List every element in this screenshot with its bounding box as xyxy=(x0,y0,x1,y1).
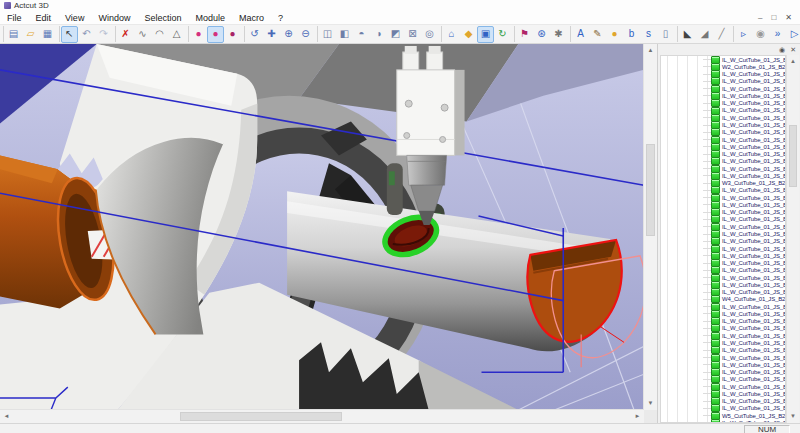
menu-module[interactable]: Module xyxy=(188,13,232,23)
pin-icon[interactable]: ◉ xyxy=(779,46,785,54)
tree-item[interactable]: IL_W_CutTube_01_JS_B27 xyxy=(661,376,785,383)
close-icon[interactable]: ✕ xyxy=(785,14,792,22)
note-b-icon[interactable]: b xyxy=(623,26,640,43)
tree-item[interactable]: IL_W_CutTube_01_JS_B55 xyxy=(661,129,785,136)
render-shaded-edges-icon[interactable]: ● xyxy=(207,26,224,43)
annotate-pencil-icon[interactable]: ✎ xyxy=(589,26,606,43)
tree-item[interactable]: IL_W_CutTube_01_JS_B31 xyxy=(661,405,785,412)
panel-close-icon[interactable]: ✕ xyxy=(790,46,796,54)
trim-curve-icon[interactable]: ∿ xyxy=(134,26,151,43)
tree-item[interactable]: IL_W_CutTube_01_JS_B13 xyxy=(661,267,785,274)
tree-item[interactable]: IL_W_CutTube_01_JS_B59 xyxy=(661,158,785,165)
tree-item[interactable]: W5_CutTube_01_JS_B2 xyxy=(661,412,785,419)
menu-macro[interactable]: Macro xyxy=(232,13,271,23)
tree-item[interactable]: IL_W_CutTube_01_JS_B4 xyxy=(661,201,785,208)
undo-icon[interactable]: ↶ xyxy=(78,26,95,43)
flag-icon[interactable]: ⚑ xyxy=(516,26,533,43)
3d-viewport[interactable]: ▲ ▼ ◄ ► xyxy=(0,44,657,423)
rotate-view-icon[interactable]: ↺ xyxy=(246,26,263,43)
tree-item[interactable]: IL_W_CutTube_01_JS_B47 xyxy=(661,71,785,78)
iso-view-icon[interactable]: ◩ xyxy=(387,26,404,43)
tree-item[interactable]: IL_W_CutTube_01_JS_B61 xyxy=(661,172,785,179)
tree-item[interactable]: IL_W_CutTube_01_JS_B21 xyxy=(661,332,785,339)
maximize-icon[interactable]: □ xyxy=(771,14,776,22)
tree-item[interactable]: IL_W_CutTube_01_JS_B46 xyxy=(661,56,785,63)
scroll-thumb[interactable] xyxy=(646,144,655,236)
globe-icon[interactable]: ⊛ xyxy=(533,26,550,43)
fit-view-icon[interactable]: ⊠ xyxy=(404,26,421,43)
angle-tool-icon[interactable]: △ xyxy=(168,26,185,43)
tree-item[interactable]: IL_W_CutTube_01_JS_B18 xyxy=(661,310,785,317)
cut-operations-tree[interactable]: IL_W_CutTube_01_JS_B46W2_CutTube_01_JS_B… xyxy=(660,55,786,423)
gold-dot-icon[interactable]: ● xyxy=(606,26,623,43)
tree-item[interactable]: IL_W_CutTube_01_JS_B29 xyxy=(661,390,785,397)
select-arrow-icon[interactable]: ↖ xyxy=(61,26,78,43)
tree-item[interactable]: IL_W_CutTube_01_JS_B56 xyxy=(661,136,785,143)
tree-item[interactable]: W3_CutTube_01_JS_B2 xyxy=(661,180,785,187)
tree-item[interactable]: IL_W_CutTube_01_JS_B24 xyxy=(661,354,785,361)
tree-item[interactable]: IL_W_CutTube_01_JS_B49 xyxy=(661,85,785,92)
tree-item[interactable]: IL_W_CutTube_01_JS_B14 xyxy=(661,274,785,281)
tree-item[interactable]: IL_W_CutTube_01_JS_B15 xyxy=(661,281,785,288)
tree-item[interactable]: IL_W_CutTube_01_JS_B53 xyxy=(661,114,785,121)
cut-wedge-dark-icon[interactable]: ◣ xyxy=(679,26,696,43)
camera-view-icon[interactable]: ◫ xyxy=(319,26,336,43)
tree-item[interactable]: IL_W_CutTube_01_JS_B26 xyxy=(661,368,785,375)
note-s-icon[interactable]: s xyxy=(640,26,657,43)
tree-item[interactable]: W4_CutTube_01_JS_B2 xyxy=(661,296,785,303)
sim-fast-forward-icon[interactable]: » xyxy=(769,26,786,43)
menu-window[interactable]: Window xyxy=(91,13,137,23)
front-view-icon[interactable]: ◧ xyxy=(336,26,353,43)
viewport-horizontal-scrollbar[interactable]: ◄ ► xyxy=(0,409,644,423)
tree-item[interactable]: IL_W_CutTube_01_JS_B12 xyxy=(661,259,785,266)
workpiece-frame-icon[interactable]: ▣ xyxy=(477,26,494,43)
menu-selection[interactable]: Selection xyxy=(137,13,188,23)
menu-view[interactable]: View xyxy=(58,13,91,23)
tree-item[interactable]: IL_W_CutTube_01_JS_B20 xyxy=(661,325,785,332)
redo-icon[interactable]: ↷ xyxy=(95,26,112,43)
tree-item[interactable]: IL_W_CutTube_01_JS_B11 xyxy=(661,252,785,259)
tree-item[interactable]: IL_W_CutTube_01_JS_B23 xyxy=(661,347,785,354)
tree-item[interactable]: IL_W_CutTube_01_JS_B28 xyxy=(661,383,785,390)
menu-file[interactable]: File xyxy=(0,13,29,23)
previous-view-icon[interactable]: ◎ xyxy=(421,26,438,43)
tree-item[interactable]: W2_CutTube_01_JS_B2 xyxy=(661,63,785,70)
tree-item[interactable]: IL_W_CutTube_01_JS_B25 xyxy=(661,361,785,368)
cut-wedge-light-icon[interactable]: ◢ xyxy=(696,26,713,43)
scroll-right-icon[interactable]: ► xyxy=(631,410,644,423)
sim-play-icon[interactable]: ▷ xyxy=(786,26,800,43)
tree-item[interactable]: IL_W_CutTube_01_JS_B3 xyxy=(661,194,785,201)
sim-step-icon[interactable]: ▹ xyxy=(735,26,752,43)
minimize-icon[interactable]: – xyxy=(758,14,762,22)
top-view-icon[interactable]: ◓ xyxy=(353,26,370,43)
open-folder-icon[interactable]: ▱ xyxy=(22,26,39,43)
tree-item[interactable]: IL_W_CutTube_01_JS_B57 xyxy=(661,143,785,150)
label-a-icon[interactable]: A xyxy=(572,26,589,43)
tree-item[interactable]: IL_W_CutTube_01_JS_B51 xyxy=(661,100,785,107)
tree-item[interactable]: IL_W_CutTube_01_JS_B6 xyxy=(661,216,785,223)
refresh-green-icon[interactable]: ↻ xyxy=(494,26,511,43)
machine-scene[interactable] xyxy=(0,44,644,410)
new-file-icon[interactable]: ▤ xyxy=(5,26,22,43)
zoom-out-icon[interactable]: ⊖ xyxy=(297,26,314,43)
tree-item[interactable]: IL_W_CutTube_01_JS_B48 xyxy=(661,78,785,85)
scroll-up-icon[interactable]: ▲ xyxy=(644,44,657,57)
save-icon[interactable]: ▦ xyxy=(39,26,56,43)
render-wireframe-icon[interactable]: ● xyxy=(224,26,241,43)
tree-item[interactable]: IL_W_CutTube_01_JS_B9 xyxy=(661,238,785,245)
scroll-down-icon[interactable]: ▼ xyxy=(644,397,657,410)
home-view-icon[interactable]: ⌂ xyxy=(443,26,460,43)
scroll-left-icon[interactable]: ◄ xyxy=(0,410,13,423)
tree-item[interactable]: IL_W_CutTube_01_JS_B10 xyxy=(661,245,785,252)
tree-item[interactable]: IL_W_CutTube_01_JS_B50 xyxy=(661,92,785,99)
tree-item[interactable]: IL_W_CutTube_01_JS_B54 xyxy=(661,121,785,128)
scroll-thumb[interactable] xyxy=(180,412,342,421)
pan-view-icon[interactable]: ✚ xyxy=(263,26,280,43)
tree-item[interactable]: IL_W_CutTube_01_JS_B19 xyxy=(661,318,785,325)
sim-target-icon[interactable]: ◉ xyxy=(752,26,769,43)
draw-line-icon[interactable]: ╱ xyxy=(713,26,730,43)
scroll-thumb[interactable] xyxy=(789,125,797,187)
tree-scrollbar[interactable]: ▲ ▼ xyxy=(786,55,799,423)
side-view-icon[interactable]: ◑ xyxy=(370,26,387,43)
tree-item[interactable]: IL_W_CutTube_01_JS_B30 xyxy=(661,397,785,404)
